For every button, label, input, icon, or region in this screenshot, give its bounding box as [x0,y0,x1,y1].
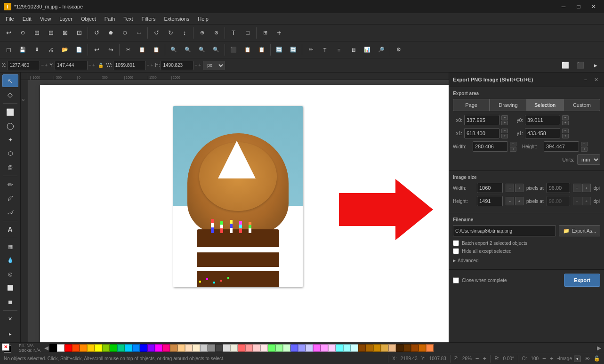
palette-swatch-22[interactable] [215,344,223,352]
palette-swatch-26[interactable] [245,344,253,352]
width-input[interactable] [473,141,508,152]
palette-scroll-right[interactable]: ▶ [596,345,602,351]
x0-input[interactable] [464,115,499,125]
tool-selector[interactable]: ↖ [2,74,18,87]
palette-swatch-12[interactable] [140,344,147,352]
tb2-btn-text[interactable]: T [318,43,331,57]
palette-swatch-5[interactable] [87,344,95,352]
height-plus-btn[interactable]: + [581,147,588,152]
palette-swatch-46[interactable] [396,344,403,352]
tool-btn-16[interactable]: □ [241,26,254,40]
menu-path[interactable]: Path [101,15,119,23]
tool-eraser[interactable]: ⬜ [2,282,18,294]
tool-btn-10[interactable]: ↔ [132,26,145,40]
palette-swatch-41[interactable] [358,344,366,352]
palette-swatch-1[interactable] [57,344,64,352]
tool-rect[interactable]: ⬜ [2,105,18,118]
tool-selector-btn[interactable]: ↩ [2,26,15,40]
tool-btn-7[interactable]: ↺ [90,26,103,40]
tool-btn-11[interactable]: ↺ [150,26,163,40]
img-height-input[interactable] [477,196,503,206]
palette-swatch-4[interactable] [80,344,87,352]
tb2-btn-print[interactable]: 🖨 [44,43,57,57]
x0-plus-btn[interactable]: + [501,121,508,125]
palette-swatch-42[interactable] [366,344,373,352]
minimize-button[interactable]: ─ [557,2,570,11]
tool-measure[interactable]: ✕ [2,313,18,325]
palette-swatch-35[interactable] [313,344,321,352]
tool-btn-3[interactable]: ⊞ [30,26,43,40]
w-plus-btn[interactable]: + [151,63,153,68]
tb2-btn-save[interactable]: 💾 [16,43,29,57]
palette-swatch-7[interactable] [102,344,110,352]
tb2-btn-align[interactable]: ≡ [332,43,346,57]
img-height-dpi-input[interactable] [547,196,570,206]
x1-input[interactable] [464,128,499,138]
tool-gradient[interactable]: ▦ [2,240,18,253]
opacity-minus-btn[interactable]: − [542,355,546,362]
y-plus-btn[interactable]: + [92,63,95,68]
tool-btn-17[interactable]: ⊞ [258,26,272,40]
tool-btn-13[interactable]: ↕ [178,26,191,40]
palette-swatch-33[interactable] [298,344,306,352]
palette-swatch-29[interactable] [268,344,275,352]
hide-except-checkbox[interactable] [453,248,459,254]
menu-file[interactable]: File [2,15,18,23]
height-input[interactable] [544,141,579,152]
menu-object[interactable]: Object [77,15,100,23]
h-plus-btn[interactable]: + [198,63,201,68]
tb2-btn-paste[interactable]: 📋 [150,43,163,57]
palette-swatch-6[interactable] [95,344,102,352]
h-coord-input[interactable] [161,61,193,70]
width-minus-btn[interactable]: − [510,142,516,146]
tab-drawing[interactable]: Drawing [490,99,526,111]
panel-close-btn[interactable]: ✕ [592,75,600,84]
tool-circle[interactable]: ◯ [2,119,18,132]
x-plus-btn[interactable]: + [45,63,48,68]
tb2-btn-edit[interactable]: ✏ [304,43,317,57]
palette-swatch-21[interactable] [208,344,215,352]
tool-pencil[interactable]: ✏ [2,178,18,191]
img-height-minus-btn[interactable]: − [506,197,514,205]
y1-input[interactable] [525,128,560,138]
units-dropdown[interactable]: mm px cm in pt [577,154,600,165]
tool-spiral[interactable]: @ [2,161,18,174]
palette-swatch-3[interactable] [72,344,80,352]
tb2-btn-zoom-in[interactable]: 🔍 [167,43,180,57]
palette-swatch-45[interactable] [388,344,396,352]
palette-swatch-14[interactable] [155,344,162,352]
palette-swatch-48[interactable] [411,344,419,352]
palette-swatch-28[interactable] [260,344,268,352]
tool-btn-plus[interactable]: + [273,26,286,40]
tool-btn-8[interactable]: ⬟ [104,26,117,40]
palette-swatch-18[interactable] [185,344,193,352]
tb2-btn-1[interactable]: ◻ [2,43,15,57]
img-height-plus-btn[interactable]: + [515,197,523,205]
palette-swatch-11[interactable] [132,344,140,352]
tb2-btn-rotate-ccw[interactable]: 🔄 [287,43,300,57]
tb2-btn-redo[interactable]: ↪ [104,43,117,57]
h-minus-btn[interactable]: − [194,63,197,68]
tb2-btn-zoom-out[interactable]: 🔍 [181,43,194,57]
img-width-minus-btn[interactable]: − [506,184,514,192]
palette-swatch-44[interactable] [381,344,388,352]
tool-calligraphy[interactable]: 𝒜 [2,206,18,218]
palette-swatch-50[interactable] [426,344,434,352]
tool-btn-14[interactable]: ⊕ [195,26,209,40]
palette-scroll-left[interactable]: ◀ [43,345,49,351]
tab-page[interactable]: Page [453,99,490,111]
tool-star[interactable]: ✦ [2,133,18,146]
y0-input[interactable] [525,115,560,125]
tb2-btn-undo[interactable]: ↩ [90,43,103,57]
export-as-btn[interactable]: 📁 📁 Export As...Export As... [559,225,600,236]
panel-toggle-btn[interactable]: ⬛ [574,59,587,72]
view-toggle-btn[interactable]: ⬜ [559,59,572,72]
w-minus-btn[interactable]: − [147,63,150,68]
tb2-btn-chart[interactable]: 📊 [361,43,374,57]
opacity-plus-btn[interactable]: + [550,355,554,362]
close-when-checkbox[interactable] [453,277,459,283]
tool-btn-5[interactable]: ⊠ [58,26,72,40]
tab-selection[interactable]: Selection [527,99,564,111]
zoom-minus-btn[interactable]: − [475,355,479,362]
image-dropdown-btn[interactable]: ▾ [574,356,581,362]
